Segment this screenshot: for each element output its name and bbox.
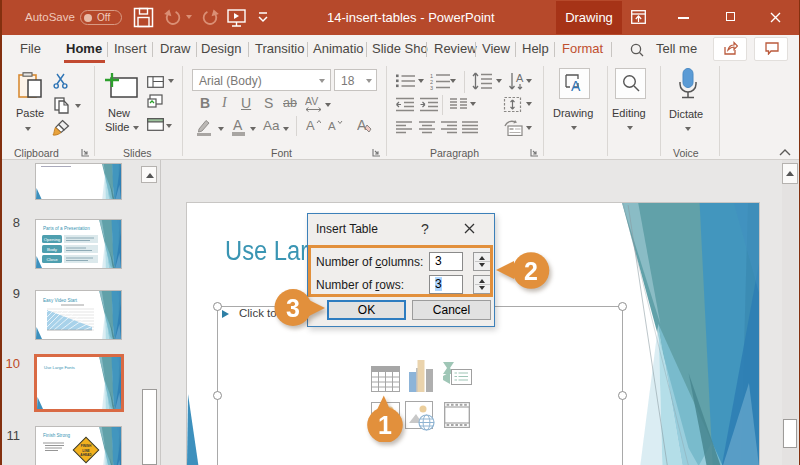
svg-text:Close: Close — [46, 257, 58, 262]
svg-text:3: 3 — [430, 85, 433, 91]
svg-text:Finish Strong: Finish Strong — [43, 433, 71, 438]
svg-text:A: A — [357, 117, 367, 133]
svg-text:Use Large Fonts: Use Large Fonts — [44, 365, 75, 370]
svg-text:Body: Body — [47, 247, 58, 252]
svg-text:AHEAD: AHEAD — [80, 453, 92, 457]
svg-text:A: A — [306, 118, 315, 132]
svg-text:Easy Video Start: Easy Video Start — [43, 298, 78, 303]
svg-text:AV: AV — [305, 96, 318, 107]
svg-text:3: 3 — [286, 294, 300, 322]
svg-text:FINISH: FINISH — [81, 444, 92, 448]
svg-text:A: A — [328, 120, 336, 132]
svg-text:LINE: LINE — [82, 449, 89, 453]
svg-text:1: 1 — [378, 411, 392, 439]
svg-text:A: A — [516, 72, 524, 84]
svg-text:2: 2 — [524, 257, 538, 285]
svg-text:Opening: Opening — [44, 237, 61, 242]
svg-text:A: A — [571, 78, 581, 93]
svg-text:Parts of a Presentation: Parts of a Presentation — [43, 226, 90, 231]
